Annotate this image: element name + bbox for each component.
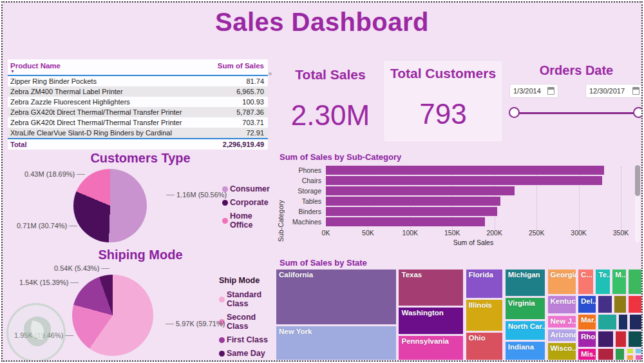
treemap-cell[interactable] bbox=[598, 314, 617, 330]
treemap-cell-m[interactable]: M... bbox=[612, 269, 626, 295]
treemap-cell-mis[interactable]: Mis... bbox=[578, 348, 596, 360]
bar-plot: Sub-Category PhonesChairsStorageTablesBi… bbox=[286, 166, 643, 246]
treemap-cell-arizona[interactable]: Arizona bbox=[547, 329, 576, 342]
product-name-cell: Zebra GX420t Direct Thermal/Thermal Tran… bbox=[10, 107, 182, 117]
sales-value-cell: 81.74 bbox=[246, 76, 264, 86]
treemap-cell-mar[interactable]: Mar... bbox=[578, 314, 596, 330]
treemap-cell-new-j[interactable]: New J... bbox=[547, 315, 576, 328]
treemap-cell[interactable] bbox=[635, 348, 643, 354]
treemap-cell[interactable] bbox=[598, 348, 614, 360]
shiping-mode-pie[interactable] bbox=[72, 275, 153, 356]
x-axis-ticks: 0K50K100K150K200K250K300K350K bbox=[326, 229, 621, 238]
bar-category-label: Storage bbox=[286, 187, 326, 195]
treemap-cell-georgia[interactable]: Georgia bbox=[547, 269, 576, 295]
treemap-cell[interactable] bbox=[615, 348, 625, 360]
x-axis-label: Sum of Sales bbox=[326, 239, 621, 246]
treemap-cell[interactable] bbox=[635, 355, 643, 360]
bar[interactable] bbox=[326, 176, 602, 185]
treemap-cell[interactable] bbox=[628, 269, 643, 295]
customers-type-plot: ConsumerCorporateHome Office 1.16M (50.5… bbox=[8, 168, 273, 245]
treemap-cell-north-car[interactable]: North Car... bbox=[505, 320, 545, 340]
slider-handle-end[interactable] bbox=[633, 107, 643, 118]
treemap-cell-te[interactable]: Te... bbox=[595, 269, 610, 295]
shiping-mode-plot: Ship Mode Standard ClassSecond ClassFirs… bbox=[8, 264, 273, 361]
column-header-sum-of-sales[interactable]: Sum of Sales bbox=[218, 62, 264, 70]
table-scrollbar-dot[interactable] bbox=[269, 72, 272, 75]
orders-date-slicer: Orders Date 1/3/2014 12/30/2017 bbox=[509, 63, 643, 125]
treemap-cell-florida[interactable]: Florida bbox=[466, 269, 504, 299]
card-total-sales[interactable]: Total Sales 2.30M bbox=[278, 63, 383, 139]
legend-item[interactable]: Home Office bbox=[222, 211, 273, 230]
treemap-cell-california[interactable]: California bbox=[276, 269, 397, 325]
bar[interactable] bbox=[326, 217, 485, 226]
table-row[interactable]: Zebra ZM400 Thermal Label Printer6,965.7… bbox=[8, 86, 268, 97]
treemap-cell-indiana[interactable]: Indiana bbox=[505, 341, 545, 360]
sales-value-cell: 6,965.70 bbox=[236, 86, 264, 97]
treemap-cell-wisco[interactable]: Wisco... bbox=[547, 342, 576, 360]
legend-item[interactable]: Same Day bbox=[219, 349, 273, 358]
slider-handle-start[interactable] bbox=[509, 107, 520, 118]
legend-item[interactable]: Standard Class bbox=[219, 290, 273, 308]
treemap-cell[interactable] bbox=[627, 348, 634, 354]
sales-value-cell: 703.71 bbox=[242, 117, 264, 128]
treemap-cell-ohio[interactable]: Ohio bbox=[466, 332, 504, 360]
treemap-cell[interactable] bbox=[598, 331, 614, 347]
slider-track[interactable] bbox=[514, 112, 639, 114]
bar[interactable] bbox=[326, 186, 515, 195]
end-date-input[interactable]: 12/30/2017 bbox=[586, 84, 643, 97]
bar-category-label: Chairs bbox=[286, 177, 326, 184]
treemap-cell-illinois[interactable]: Illinois bbox=[466, 299, 504, 331]
legend-item[interactable]: Corporate bbox=[222, 198, 273, 207]
treemap-cell[interactable] bbox=[615, 331, 626, 347]
treemap-cell-kentuc[interactable]: Kentuc... bbox=[547, 295, 576, 314]
sales-value-cell: 72.91 bbox=[246, 128, 264, 138]
table-row[interactable]: Zipper Ring Binder Pockets81.74 bbox=[8, 76, 268, 86]
total-sales-title: Total Sales bbox=[278, 67, 383, 83]
treemap-cell[interactable] bbox=[598, 295, 612, 313]
treemap-cell-washington[interactable]: Washington bbox=[398, 307, 464, 335]
bar[interactable] bbox=[326, 207, 497, 216]
table-row[interactable]: XtraLife ClearVue Slant-D Ring Binders b… bbox=[8, 128, 268, 138]
table-row[interactable]: Zebra Zazzle Fluorescent Highlighters100… bbox=[8, 97, 268, 107]
column-header-product-name[interactable]: Product Name ▼ bbox=[10, 62, 61, 73]
product-name-cell: Zebra ZM400 Thermal Label Printer bbox=[10, 86, 123, 97]
legend-item[interactable]: Consumer bbox=[222, 184, 273, 193]
treemap-cell[interactable] bbox=[614, 295, 626, 313]
date-inputs-row: 1/3/2014 12/30/2017 bbox=[509, 84, 643, 97]
legend-color-dot bbox=[222, 218, 228, 224]
legend-item[interactable]: First Class bbox=[219, 335, 273, 344]
treemap-cell-pennsylvania[interactable]: Pennsylvania bbox=[398, 335, 464, 360]
treemap-cell[interactable] bbox=[627, 355, 634, 360]
treemap-cell-texas[interactable]: Texas bbox=[398, 269, 464, 306]
x-axis-tick: 150K bbox=[444, 229, 460, 237]
treemap-cell[interactable] bbox=[629, 314, 643, 330]
treemap-cell-rho[interactable]: Rho... bbox=[578, 331, 596, 347]
calendar-icon[interactable] bbox=[547, 87, 554, 95]
bar-track bbox=[326, 176, 621, 185]
treemap-cell-virginia[interactable]: Virginia bbox=[505, 297, 545, 320]
bar-track bbox=[326, 197, 621, 206]
calendar-icon[interactable] bbox=[632, 87, 639, 95]
callout-line bbox=[166, 195, 175, 195]
bar[interactable] bbox=[326, 197, 500, 206]
bar[interactable] bbox=[326, 166, 604, 175]
start-date-input[interactable]: 1/3/2014 bbox=[510, 84, 558, 97]
legend-color-dot bbox=[222, 200, 228, 206]
treemap-cell-del[interactable]: Del... bbox=[578, 295, 596, 313]
treemap-cell[interactable] bbox=[628, 295, 643, 313]
customers-type-title: Customers Type bbox=[8, 151, 273, 168]
x-axis-tick: 300K bbox=[571, 229, 587, 237]
product-name-cell: XtraLife ClearVue Slant-D Ring Binders b… bbox=[10, 128, 172, 138]
treemap-cell[interactable] bbox=[618, 314, 628, 330]
treemap-cell-michigan[interactable]: Michigan bbox=[505, 269, 545, 297]
table-total-row: Total 2,296,919.49 bbox=[8, 138, 268, 150]
legend-item[interactable]: Second Class bbox=[219, 313, 273, 331]
scrollbar-thumb[interactable] bbox=[635, 165, 640, 196]
table-row[interactable]: Zebra GX420t Direct Thermal/Thermal Tran… bbox=[8, 107, 268, 117]
treemap-cell-c[interactable]: C... bbox=[578, 269, 594, 295]
treemap-cell[interactable] bbox=[628, 331, 643, 347]
customers-type-pie[interactable] bbox=[73, 169, 147, 242]
card-total-customers[interactable]: Total Customers 793 bbox=[384, 61, 502, 141]
table-row[interactable]: Zebra GK420t Direct Thermal/Thermal Tran… bbox=[8, 117, 268, 128]
treemap-cell-new-york[interactable]: New York bbox=[276, 326, 397, 360]
